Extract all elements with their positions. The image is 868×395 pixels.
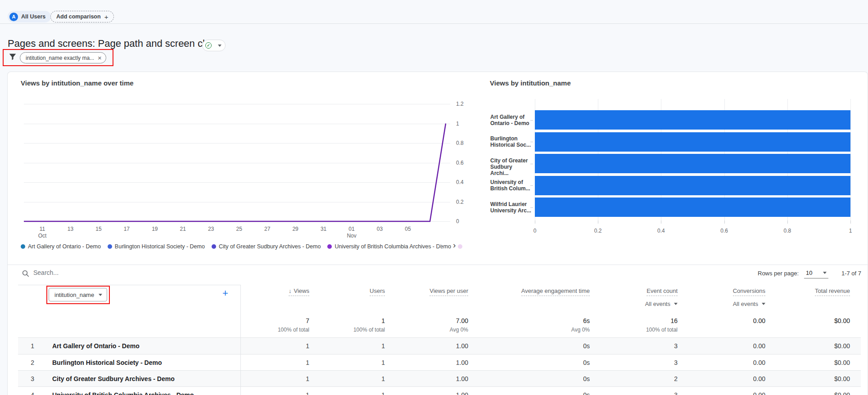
row-metric-total-revenue: $0.00 — [733, 371, 850, 387]
line-chart-title: Views by intitution_name over time — [21, 79, 134, 87]
row-metric-total-revenue: $0.00 — [733, 338, 850, 355]
bar-chart-axis-tick — [661, 220, 661, 224]
bar-category-label: Art Gallery ofOntario - Demo — [490, 114, 532, 126]
totals-total-revenue: $0.00 — [733, 317, 850, 324]
legend-item[interactable]: University of British Columbia Archives … — [327, 243, 451, 250]
bar-category-label-line: British Colum... — [490, 185, 532, 192]
column-header-total-revenue[interactable]: Total revenue — [733, 287, 850, 296]
table-row[interactable]: 1Art Gallery of Ontario - Demo111.000s30… — [18, 337, 861, 354]
page-title: Pages and screens: Page path and screen … — [8, 38, 220, 49]
bar-category-label-line: Historical Soc... — [490, 142, 532, 148]
bar-chart-axis-tick — [598, 220, 598, 224]
line-chart-y-tick: 1.2 — [456, 101, 464, 107]
add-comparison-button[interactable]: Add comparison + — [50, 11, 114, 22]
line-chart-gridline — [24, 163, 450, 163]
line-chart-gridline — [24, 124, 450, 124]
bar-category-label-line: University of — [490, 179, 532, 185]
bar-category-label-line: Art Gallery of — [490, 114, 532, 120]
line-chart-legend: Art Gallery of Ontario - DemoBurlington … — [21, 242, 462, 251]
table-column-divider — [240, 285, 241, 395]
line-chart-x-tick-month: Oct — [33, 233, 51, 239]
row-metric-views-per-user: 1.00 — [351, 338, 468, 355]
bar-axis-tick — [530, 207, 533, 208]
line-chart-x-tick: 31 — [315, 226, 333, 232]
all-users-chip[interactable]: A All Users — [8, 11, 51, 22]
row-number: 1 — [18, 338, 34, 355]
legend-prev-button[interactable]: ‹ — [439, 241, 442, 250]
chevron-down-icon — [823, 272, 827, 274]
row-metric-total-revenue: $0.00 — [733, 355, 850, 371]
line-chart-gridline — [24, 143, 450, 144]
legend-item[interactable] — [458, 244, 462, 249]
line-chart-gridline — [24, 221, 450, 222]
line-chart-x-tick: 13 — [61, 226, 79, 232]
bar-views[interactable] — [535, 110, 850, 130]
bar-category-label-line: Sudbury Archi... — [490, 164, 532, 176]
search-icon — [22, 269, 30, 278]
line-chart-x-tick-month: Nov — [343, 233, 361, 239]
line-chart-y-tick: 0.6 — [456, 160, 464, 166]
rows-per-page-select[interactable]: 10 — [804, 268, 828, 278]
row-number: 3 — [18, 371, 34, 387]
row-range-label: 1-7 of 7 — [831, 270, 861, 277]
row-number: 2 — [18, 355, 34, 371]
bar-views[interactable] — [535, 176, 850, 195]
bar-axis-tick — [530, 120, 533, 121]
dimension-header-dropdown[interactable]: intitution_name — [49, 288, 107, 301]
line-chart-x-tick: 11 — [33, 226, 51, 232]
legend-next-button[interactable]: › — [453, 241, 456, 250]
bar-chart-axis-tick — [850, 220, 851, 224]
line-chart-gridline — [24, 182, 450, 183]
check-circle-icon: ✓ — [205, 42, 212, 49]
legend-label: City of Greater Sudbury Archives - Demo — [219, 243, 321, 250]
legend-dot-icon — [327, 244, 332, 249]
chevron-down-icon — [99, 294, 102, 296]
bar-category-label-line: City of Greater — [490, 157, 532, 164]
line-chart-x-tick: 25 — [230, 226, 248, 232]
legend-item[interactable]: City of Greater Sudbury Archives - Demo — [212, 243, 321, 250]
bar-views[interactable] — [535, 132, 850, 152]
bar-chart-x-tick: 0.8 — [778, 228, 796, 234]
row-metric-views-per-user: 1.00 — [351, 355, 468, 371]
line-chart-y-tick: 0 — [456, 218, 459, 224]
table-row[interactable]: 3City of Greater Sudbury Archives - Demo… — [18, 370, 861, 387]
line-chart-y-tick: 1 — [456, 121, 459, 127]
bar-category-label: Wilfrid LaurierUniversity Arc... — [490, 201, 532, 214]
bar-axis-tick — [530, 142, 533, 142]
legend-dot-icon — [212, 244, 216, 249]
legend-label: Art Gallery of Ontario - Demo — [28, 243, 101, 250]
bar-chart-title: Views by intitution_name — [490, 79, 571, 87]
table-row[interactable]: 4University of British Columbia Archives… — [18, 386, 861, 395]
conversions-filter-dropdown[interactable]: All events — [648, 301, 765, 307]
line-chart-x-tick: 03 — [371, 226, 389, 232]
line-chart-x-tick: 29 — [286, 226, 304, 232]
line-chart-x-tick: 19 — [146, 226, 164, 232]
line-chart-y-tick: 0.2 — [456, 199, 464, 205]
bar-views[interactable] — [535, 198, 850, 217]
chevron-down-icon — [218, 45, 222, 47]
bar-views[interactable] — [535, 154, 850, 173]
legend-item[interactable]: Art Gallery of Ontario - Demo — [21, 243, 101, 250]
column-header-views-per-user[interactable]: Views per user — [351, 287, 468, 296]
annotation-box-filter — [3, 49, 113, 66]
search-input[interactable]: Search... — [33, 269, 59, 276]
legend-dot-icon — [458, 244, 462, 249]
table-row[interactable]: 2Burlington Historical Society - Demo111… — [18, 354, 861, 371]
legend-label: Burlington Historical Society - Demo — [115, 243, 205, 250]
bar-axis-tick — [530, 164, 533, 164]
bar-category-label-line: Burlington — [490, 135, 532, 142]
bar-category-label-line: University Arc... — [490, 207, 532, 214]
legend-item[interactable]: Burlington Historical Society - Demo — [108, 243, 205, 250]
line-chart-y-tick: 0.8 — [456, 140, 464, 146]
bar-chart-x-tick: 1 — [841, 228, 859, 234]
header-divider — [0, 23, 868, 24]
row-metric-total-revenue: $0.00 — [733, 387, 850, 395]
bar-category-label-line: Wilfrid Laurier — [490, 201, 532, 207]
bar-chart-axis-tick — [535, 220, 535, 224]
dimension-header-label: intitution_name — [54, 292, 94, 298]
table-header-border — [18, 285, 240, 285]
chevron-down-icon — [762, 303, 765, 305]
report-status-pill[interactable]: ✓ — [202, 40, 226, 51]
row-number: 4 — [18, 387, 34, 395]
line-chart-x-tick: 01 — [343, 226, 361, 232]
